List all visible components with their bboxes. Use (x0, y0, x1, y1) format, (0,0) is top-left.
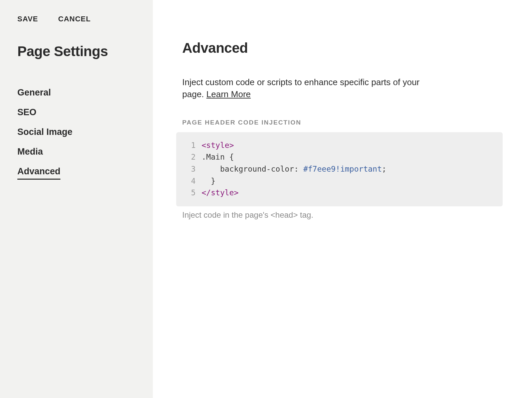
cancel-button[interactable]: CANCEL (58, 15, 91, 23)
line-number: 3 (186, 163, 196, 175)
code-line: 1<style> (186, 140, 493, 152)
sidebar-item-advanced[interactable]: Advanced (17, 162, 60, 180)
code-content: <style> (202, 140, 234, 152)
sidebar-item-seo[interactable]: SEO (17, 103, 36, 122)
code-line: 3 background-color: #f7eee9!important; (186, 163, 493, 175)
code-content: background-color: #f7eee9!important; (202, 163, 386, 175)
sidebar-item-media[interactable]: Media (17, 142, 43, 162)
description: Inject custom code or scripts to enhance… (182, 76, 423, 101)
line-number: 2 (186, 151, 196, 163)
sidebar-nav: GeneralSEOSocial ImageMediaAdvanced (17, 83, 136, 180)
sidebar-item-general[interactable]: General (17, 83, 51, 103)
sidebar-title: Page Settings (17, 43, 136, 59)
section-label: PAGE HEADER CODE INJECTION (182, 119, 503, 126)
help-text: Inject code in the page's <head> tag. (182, 210, 503, 220)
sidebar-actions: SAVE CANCEL (17, 15, 136, 23)
sidebar: SAVE CANCEL Page Settings GeneralSEOSoci… (0, 0, 153, 398)
main-panel: Advanced Inject custom code or scripts t… (153, 0, 532, 398)
code-content: </style> (202, 187, 239, 199)
line-number: 4 (186, 175, 196, 187)
code-line: 4 } (186, 175, 493, 187)
code-injection-editor[interactable]: 1<style>2.Main {3 background-color: #f7e… (176, 132, 503, 206)
code-content: .Main { (202, 151, 234, 163)
save-button[interactable]: SAVE (17, 15, 38, 23)
learn-more-link[interactable]: Learn More (206, 89, 251, 99)
line-number: 5 (186, 187, 196, 199)
page-title: Advanced (182, 40, 503, 56)
code-content: } (202, 175, 216, 187)
code-line: 5</style> (186, 187, 493, 199)
code-line: 2.Main { (186, 151, 493, 163)
line-number: 1 (186, 140, 196, 152)
sidebar-item-social-image[interactable]: Social Image (17, 122, 72, 142)
